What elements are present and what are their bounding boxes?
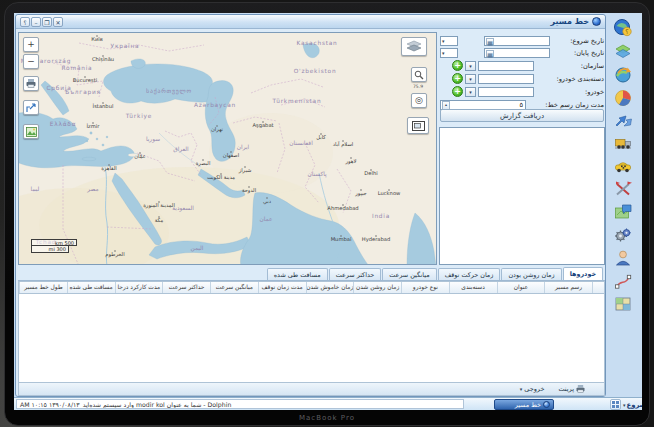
settings-gears-icon[interactable]: [613, 225, 635, 245]
start-button[interactable]: شروع ▾: [623, 398, 642, 410]
svg-text:ليبيا: ليبيا: [31, 186, 40, 192]
svg-text:Türkiye: Türkiye: [125, 113, 152, 120]
photo-background: خط مسیر ✕ ❐ – ؟: [0, 0, 654, 427]
map-view-icon[interactable]: [613, 294, 635, 314]
svg-text:България: България: [65, 89, 101, 96]
field-vehicle-category: دسته‌بندی خودرو: ▾ +: [439, 73, 605, 84]
organization-label: سازمان:: [536, 62, 604, 70]
full-extent-button[interactable]: [407, 117, 429, 134]
column-header[interactable]: دسته‌بندی: [449, 282, 497, 293]
maximize-button[interactable]: ❐: [42, 17, 52, 27]
column-header[interactable]: عنوان: [497, 282, 545, 293]
print-map-button[interactable]: [23, 76, 39, 91]
end-date-label: تاریخ پایان:: [552, 49, 604, 57]
svg-text:افغانستان: افغانستان: [289, 140, 313, 146]
calendar-icon[interactable]: ▦: [486, 38, 494, 45]
line-duration-spinner[interactable]: ۵ ▴▾: [440, 100, 526, 110]
column-header[interactable]: زمان خاموش شدن: [306, 282, 354, 293]
help-button[interactable]: ؟: [20, 17, 30, 27]
column-header[interactable]: رسم مسیر: [544, 282, 592, 293]
svg-text:دبي: دبي: [263, 198, 272, 205]
vehicle-label: خودرو:: [536, 88, 604, 96]
tab-1[interactable]: زمان روشن بودن: [501, 268, 561, 280]
geolocate-button[interactable]: ◎: [411, 93, 427, 108]
svg-text:Hyderabad: Hyderabad: [362, 236, 391, 243]
row-selector-column: [592, 282, 604, 293]
column-header[interactable]: مسافت طی شده: [67, 282, 115, 293]
map-viewport[interactable]: КиївУкраїнаKasachstanMagyarországChișină…: [18, 32, 437, 265]
share-link-button[interactable]: [23, 100, 39, 115]
add-vehicle-category-button[interactable]: +: [452, 73, 463, 84]
printer-icon: [26, 79, 36, 88]
minimize-button[interactable]: –: [31, 17, 41, 27]
globe-info-icon[interactable]: ؟: [613, 18, 635, 38]
end-date-preset-combo[interactable]: ▾: [440, 48, 458, 58]
start-date-input[interactable]: ▦: [484, 36, 550, 46]
tab-4[interactable]: حداکثر سرعت: [329, 268, 382, 280]
chevron-down-icon: ▾: [442, 38, 445, 44]
svg-text:اليمن: اليمن: [191, 245, 204, 252]
line-duration-label: مدت زمان رسم خط:: [528, 101, 604, 109]
svg-text:جیپور: جیپور: [354, 190, 367, 197]
organization-dropdown-button[interactable]: ▾: [465, 61, 476, 71]
zoom-out-button[interactable]: −: [23, 54, 39, 69]
route-points-icon[interactable]: [613, 271, 635, 291]
driver-icon[interactable]: [613, 248, 635, 268]
zoom-in-button[interactable]: +: [23, 37, 39, 52]
column-header[interactable]: زمان روشن شدن: [353, 282, 401, 293]
add-vehicle-button[interactable]: +: [452, 86, 463, 97]
column-header[interactable]: مدت کارکرد درجا: [115, 282, 163, 293]
svg-text:Mumbai: Mumbai: [331, 236, 352, 242]
truck-icon[interactable]: [613, 133, 635, 153]
status-message: Dolphin - شما به عنوان modir kol وارد سی…: [83, 401, 232, 408]
column-header[interactable]: نوع خودرو: [401, 282, 449, 293]
route-arrows-icon[interactable]: [613, 110, 635, 130]
column-header[interactable]: مدت زمان توقف: [258, 282, 306, 293]
svg-text:مدينة الكويت: مدينة الكويت: [207, 174, 235, 181]
show-desktop-button[interactable]: [610, 399, 621, 410]
grid-body[interactable]: [18, 294, 605, 383]
vehicle-category-input[interactable]: [478, 74, 534, 84]
column-header[interactable]: حداکثر سرعت: [162, 282, 210, 293]
grid-icon: [612, 401, 619, 408]
print-button[interactable]: پرینت: [553, 383, 590, 395]
vehicle-category-label: دسته‌بندی خودرو:: [536, 75, 604, 83]
add-organization-button[interactable]: +: [452, 60, 463, 71]
layers-icon: [405, 40, 423, 53]
get-report-button[interactable]: دریافت گزارش: [440, 109, 604, 122]
field-tools-icon[interactable]: [613, 179, 635, 199]
svg-text:کابل: کابل: [316, 134, 326, 140]
globe-route-icon[interactable]: [613, 64, 635, 84]
svg-text:السعودية: السعودية: [172, 205, 194, 212]
export-button[interactable]: خروجی ▾: [515, 383, 550, 395]
svg-text:شيراز: شيراز: [238, 167, 252, 174]
taxi-icon[interactable]: [613, 156, 635, 176]
map-message-icon[interactable]: [613, 202, 635, 222]
svg-text:القاهرة: القاهرة: [101, 165, 117, 172]
column-header[interactable]: طول خط مسیر: [19, 282, 67, 293]
svg-text:საქართველო: საქართველო: [146, 88, 192, 95]
pie-chart-icon[interactable]: [613, 87, 635, 107]
vehicle-category-dropdown-button[interactable]: ▾: [465, 74, 476, 84]
tab-5[interactable]: مسافت طی شده: [267, 268, 328, 280]
close-button[interactable]: ✕: [53, 17, 63, 27]
calendar-icon[interactable]: ▦: [486, 50, 494, 57]
column-header[interactable]: میانگین سرعت: [210, 282, 258, 293]
organization-input[interactable]: [478, 61, 534, 71]
map-layers-icon[interactable]: [613, 41, 635, 61]
start-date-preset-combo[interactable]: ▾: [440, 36, 458, 46]
svg-text:العراق: العراق: [173, 146, 189, 153]
magnifier-button[interactable]: [411, 67, 427, 82]
chevron-down-icon: ▾: [520, 386, 523, 392]
start-date-label: تاریخ شروع:: [552, 37, 604, 45]
layers-image-button[interactable]: [23, 124, 39, 139]
taskbar-window-button[interactable]: خط مسیر: [494, 399, 554, 410]
vehicle-dropdown-button[interactable]: ▾: [465, 87, 476, 97]
tab-3[interactable]: میانگین سرعت: [382, 268, 436, 280]
vehicle-input[interactable]: [478, 87, 534, 97]
window-title: خط مسیر: [551, 17, 589, 26]
tab-0[interactable]: خودروها: [563, 267, 603, 280]
tab-2[interactable]: زمان حرکت توقف: [438, 268, 501, 280]
layer-switcher-button[interactable]: [401, 37, 427, 56]
end-date-input[interactable]: ▦: [484, 48, 550, 58]
